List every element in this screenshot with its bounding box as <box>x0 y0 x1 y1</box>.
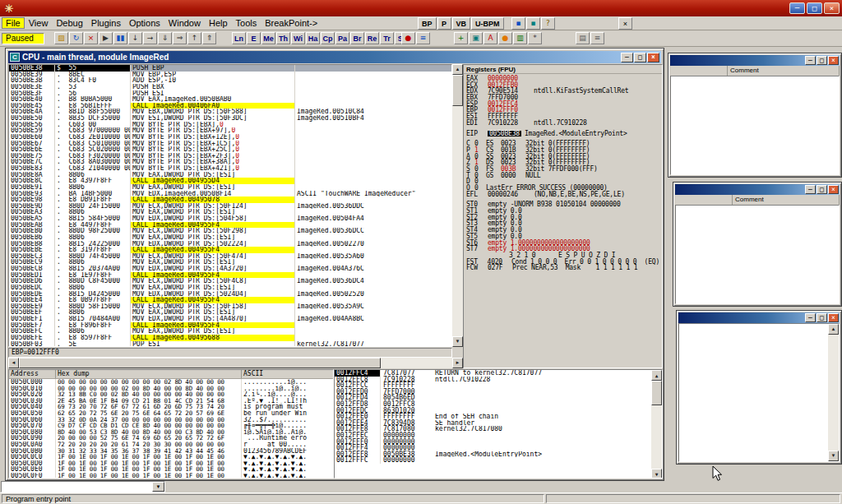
button-animate-over[interactable]: ⇒ <box>173 32 187 44</box>
menu-item-tools[interactable]: Tools <box>232 17 261 29</box>
close-button[interactable]: × <box>828 56 839 65</box>
command-combobox[interactable]: ▼ <box>1 481 165 492</box>
menu-item-window[interactable]: Window <box>164 17 205 29</box>
dump-row[interactable]: 0050C0C01F 00 1E 00 1F 00 1E 00 1F 00 1E… <box>9 454 333 460</box>
menu-item-help[interactable]: Help <box>205 17 232 29</box>
maximize-button[interactable]: □ <box>817 185 827 194</box>
stack-row[interactable]: 0012FFE87C817080kernel32.7C817080 <box>335 426 651 432</box>
button-execute-till-user-code[interactable]: ⇑ <box>202 32 216 44</box>
stack-row[interactable]: 0012FFD07FFD7000 <box>335 389 651 395</box>
disasm-row[interactable]: 0050BEA5. 8B15 584F5000MOV EDX,DWORD PTR… <box>9 215 451 222</box>
register-line[interactable]: EIP0050BE38ImageRed.<ModuleEntryPoint> <box>466 131 659 137</box>
disasm-row[interactable]: 0050BE75. C683 F3020000 00MOV BYTE PTR D… <box>9 153 451 160</box>
button-pause[interactable]: ▮▮ <box>113 32 127 44</box>
dump-row[interactable]: 0050C0808D 40 00 53 C3 8D 40 00 8D 40 00… <box>9 429 333 436</box>
dump-row[interactable]: 0050C070C9 D7 CF CD CB D1 CD CE 8D 40 00… <box>9 423 333 429</box>
scroll-up-icon[interactable]: ▲ <box>828 324 839 335</box>
letter-button-cp[interactable]: Cp <box>321 32 335 44</box>
disasm-row[interactable]: 0050BEFE. E8 8597F8FFCALL ImageRed.00495… <box>9 335 451 341</box>
toolbar-close-button[interactable]: × <box>618 17 632 30</box>
disasm-row[interactable]: 0050BE59. C683 97000000 00MOV BYTE PTR D… <box>9 127 451 134</box>
stack-row[interactable]: 0012FFEC00000000 <box>335 432 651 439</box>
maximize-button[interactable]: □ <box>807 2 822 14</box>
side-window-1-body[interactable] <box>670 76 840 175</box>
plugin-button-u-bpm[interactable]: U-BPM <box>471 17 504 30</box>
scroll-left-icon[interactable]: ◄ <box>8 358 19 368</box>
stack-row[interactable]: 0012FFF80050BE38ImageRed.<ModuleEntryPoi… <box>335 451 651 458</box>
side-window-1-column-header[interactable]: Comment <box>670 66 840 76</box>
dump-row[interactable]: 0050C04069 73 20 70 72 6F 67 72 61 6D 20… <box>9 404 333 410</box>
plugin-button-p[interactable]: P <box>437 17 451 30</box>
stack-row[interactable]: 0012FFD80012FFC8 <box>335 401 651 408</box>
disasm-row[interactable]: 0050BE4A. 8B1D 88F55000MOV EBX,DWORD PTR… <box>9 109 451 115</box>
register-line[interactable]: EFL00000246(NO,NB,E,BE,NS,PE,GE,LE) <box>466 192 659 198</box>
dump-row[interactable]: 0050C06033 32 0D 0A 24 37 00 00 00 00 00… <box>9 417 333 423</box>
button-open-file[interactable]: ▨ <box>54 32 68 44</box>
disasm-row[interactable]: 0050BE83. C683 21040000 00MOV BYTE PTR D… <box>9 165 451 172</box>
disasm-row[interactable]: 0050BEDC. 8B06MOV EAX,DWORD PTR DS:[ESI] <box>9 284 451 291</box>
plugin-button-vb[interactable]: VB <box>452 17 471 30</box>
disasm-row[interactable]: 0050BE93. BA 14BF5000MOV EDX,ImageRed.00… <box>9 191 451 197</box>
stack-row[interactable]: 0012FFC87C910228ntdll.7C910228 <box>335 377 651 383</box>
disasm-row[interactable]: 0050BE7C. C683 8A030000 00MOV BYTE PTR D… <box>9 159 451 165</box>
stack-row[interactable]: 0012FFE0FFFFFFFFEnd of SEH chain <box>335 414 651 420</box>
letter-button-pa[interactable]: Pa <box>335 32 349 44</box>
button-help[interactable]: ? <box>541 17 555 30</box>
letter-button-br[interactable]: Br <box>350 32 364 44</box>
button-run[interactable]: ▶ <box>99 32 113 44</box>
disasm-row[interactable]: 0050BEBE. E8 3197F8FFCALL ImageRed.00495… <box>9 247 451 253</box>
button-restart[interactable]: ↻ <box>69 32 83 44</box>
close-button[interactable]: × <box>824 2 840 14</box>
button-notepad[interactable]: ▤ <box>576 32 590 44</box>
maximize-button[interactable]: □ <box>817 313 827 322</box>
disasm-row[interactable]: 0050BEE9. 8B0D 58F15000MOV ECX,DWORD PTR… <box>9 303 451 310</box>
dump-row[interactable]: 0050C0302E 45 BA 0E 1F B4 09 CD 21 B8 01… <box>9 398 333 405</box>
stack-row[interactable]: 0012FFE47C8394D8SE handler <box>335 420 651 427</box>
dump-row[interactable]: 0050C0B030 31 32 33 34 35 36 37 38 39 41… <box>9 448 333 455</box>
disasm-row[interactable]: 0050BEEF. 8B06MOV EAX,DWORD PTR DS:[ESI] <box>9 309 451 316</box>
button-close-program[interactable]: × <box>84 32 98 44</box>
dump-row[interactable]: 0050C0A072 20 20 20 20 20 61 74 20 30 30… <box>9 442 333 448</box>
button-calculator[interactable]: ≡ <box>590 32 604 44</box>
disasm-row[interactable]: 0050BED1. E8 1E97F8FFCALL ImageRed.00495… <box>9 272 451 279</box>
button-modules-window[interactable]: ▣ <box>469 32 483 44</box>
memory-dump-pane[interactable]: Address Hex dump ASCII 0050C00000 00 00 … <box>8 369 334 479</box>
disassembly-horizontal-scrollbar[interactable]: ◄ ► <box>8 358 463 368</box>
menu-item-view[interactable]: View <box>25 17 53 29</box>
disasm-row[interactable]: 0050BEB8. 8B15 24225000MOV EDX,DWORD PTR… <box>9 241 451 247</box>
stack-row[interactable]: 0012FFF000000000 <box>335 439 651 446</box>
stack-row[interactable]: 0012FFFC00000000 <box>335 457 651 464</box>
disasm-row[interactable]: 0050BE60. C683 2E010000 00MOV BYTE PTR D… <box>9 134 451 141</box>
disasm-row[interactable]: 0050BEB6. 8B06MOV EAX,DWORD PTR DS:[ESI] <box>9 234 451 241</box>
minimize-button[interactable]: ─ <box>805 313 816 322</box>
dump-row[interactable]: 0050C00000 00 00 00 00 00 00 00 00 00 02… <box>9 379 333 386</box>
disasm-row[interactable]: 0050BE39. 8BECMOV EBP,ESP <box>9 72 451 78</box>
close-button[interactable]: × <box>828 185 839 194</box>
button-step-into[interactable]: ↓ <box>128 32 142 44</box>
scroll-thumb[interactable] <box>651 381 662 405</box>
disasm-row[interactable]: 0050BED6. 8B0D C8F45000MOV ECX,DWORD PTR… <box>9 278 451 284</box>
scroll-thumb[interactable] <box>19 358 381 368</box>
disassembly-pane[interactable]: 0050BE38$ 55PUSH EBP0050BE39. 8BECMOV EB… <box>8 64 452 347</box>
button-appearance[interactable]: A <box>483 32 497 44</box>
dump-row[interactable]: 0050C0E01F 00 1E 00 1F 00 1E 00 1F 00 1E… <box>9 466 333 473</box>
maximize-button[interactable]: □ <box>817 56 827 65</box>
stack-row[interactable]: 0012FFD48054B6ED <box>335 395 651 401</box>
dump-row[interactable]: 0050C05062 65 20 72 75 6E 20 75 6E 64 65… <box>9 410 333 417</box>
button-log-window[interactable]: + <box>454 32 468 44</box>
disasm-row[interactable]: 0050BEF7. E8 F896F8FFCALL ImageRed.00495… <box>9 322 451 329</box>
button-memory-window[interactable]: ▥ <box>513 32 527 44</box>
scroll-down-icon[interactable]: ▼ <box>452 336 463 347</box>
disasm-row[interactable]: 0050BEF1. 8B15 70484A00MOV EDX,DWORD PTR… <box>9 316 451 322</box>
minimize-button[interactable]: ─ <box>805 56 816 65</box>
registers-pane[interactable]: Registers (FPU) EAX00000000ECX0012FFB0ED… <box>463 64 663 368</box>
side-window-3-scrollbar[interactable]: ▲ ▼ <box>828 324 839 461</box>
dump-row[interactable]: 0050C0D01F 00 1E 00 1F 00 1E 00 1F 00 1E… <box>9 460 333 467</box>
minimize-button[interactable]: ─ <box>789 2 805 14</box>
minimize-button[interactable]: ─ <box>805 185 816 194</box>
button-execute-till-return[interactable]: ↑ <box>187 32 201 44</box>
register-line[interactable]: FCW027FPrec NEAR,53 Mask 1 1 1 1 1 1 <box>466 265 659 271</box>
stack-row[interactable]: 0012FFCCFFFFFFFF <box>335 382 651 389</box>
register-line[interactable]: T0GS0000NULL <box>466 173 659 179</box>
scroll-up-icon[interactable]: ▲ <box>452 64 463 75</box>
